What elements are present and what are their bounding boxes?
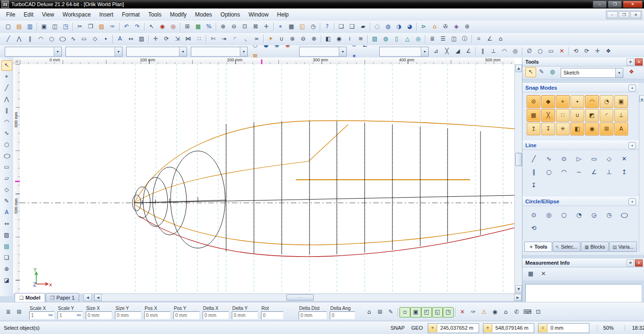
measurement-table[interactable]: ▦ bbox=[525, 269, 536, 279]
tab-scroll-left-icon[interactable] bbox=[83, 293, 92, 301]
layer-manager[interactable]: ≣ bbox=[427, 34, 438, 44]
markup[interactable]: ◎ bbox=[168, 22, 179, 32]
workplane-tool[interactable]: ◱ bbox=[297, 22, 308, 32]
menu-tools[interactable]: Tools bbox=[144, 9, 166, 20]
close-icon[interactable] bbox=[635, 259, 643, 267]
new-drawing[interactable]: ▢ bbox=[3, 22, 14, 32]
delta-y-input[interactable]: 0 mm bbox=[232, 311, 258, 319]
cut[interactable]: ✂ bbox=[74, 22, 85, 32]
doc-restore-button[interactable]: ❐ bbox=[619, 11, 629, 18]
line-double[interactable]: ∥ bbox=[527, 166, 541, 178]
snap-midpoint[interactable]: ∙ bbox=[571, 95, 584, 108]
polygon[interactable]: ◇ bbox=[1, 185, 12, 195]
line-perpendicular[interactable]: ⊥ bbox=[602, 166, 616, 178]
keyboard-entry[interactable]: ⌨ bbox=[522, 307, 533, 317]
angle-constraint[interactable]: ⊿ bbox=[431, 46, 441, 57]
rotate-ccw[interactable]: ⟲ bbox=[571, 46, 581, 57]
menu-workspace[interactable]: Workspace bbox=[58, 9, 95, 20]
collapse-chevron-icon[interactable] bbox=[628, 198, 636, 205]
delta-dist-input[interactable]: 0 mm bbox=[299, 311, 327, 319]
panel-world-tool[interactable]: ◍ bbox=[547, 67, 558, 77]
menu-window[interactable]: Window bbox=[244, 9, 273, 20]
collapse-chevron-icon[interactable] bbox=[628, 84, 636, 92]
array-tool[interactable]: ∷ bbox=[194, 34, 204, 44]
text-tool[interactable]: A bbox=[114, 34, 125, 44]
menu-modes[interactable]: Modes bbox=[191, 9, 216, 20]
delta-x-input[interactable]: 0 mm bbox=[203, 311, 229, 319]
circle-center-radius[interactable]: ⊙ bbox=[527, 209, 541, 221]
fillet-tool[interactable]: ◜ bbox=[229, 34, 240, 44]
symmetry-constraint[interactable]: ❖ bbox=[603, 46, 614, 57]
pen-color-swatch[interactable]: ◉ bbox=[271, 45, 282, 50]
extrude-tool[interactable]: ◧ bbox=[323, 34, 334, 44]
menu-options[interactable]: Options bbox=[216, 9, 244, 20]
radius-dimension[interactable]: ○ bbox=[535, 46, 546, 57]
redo[interactable]: ↷ bbox=[132, 22, 143, 32]
line-rhombus[interactable]: ◇ bbox=[602, 153, 616, 165]
redline[interactable]: ◉ bbox=[157, 22, 168, 32]
render-shaded[interactable]: ◑ bbox=[393, 22, 404, 32]
slope-constraint[interactable]: ∠ bbox=[463, 46, 474, 57]
curve[interactable]: ∿ bbox=[1, 128, 12, 139]
ortho-mode[interactable]: ∟ bbox=[349, 45, 359, 50]
box-primitive[interactable]: ▧ bbox=[369, 34, 380, 44]
scroll-up-icon[interactable] bbox=[515, 65, 522, 72]
palette-tab-selection[interactable]: ↖ Selec... bbox=[553, 242, 580, 252]
angle-mode[interactable]: ∠ bbox=[359, 45, 370, 50]
polyline-tool[interactable]: ⋀ bbox=[14, 34, 24, 44]
boolean-subtract[interactable]: ⊖ bbox=[298, 34, 309, 44]
line-center-circle[interactable]: ⊙ bbox=[557, 153, 571, 165]
style-palette[interactable]: ❖ bbox=[626, 67, 637, 77]
copy[interactable]: ❐ bbox=[85, 22, 96, 32]
arc-tool[interactable]: ◠ bbox=[35, 34, 46, 44]
snap-extension-down[interactable]: ↧ bbox=[541, 123, 555, 135]
zoom-in[interactable]: ⊕ bbox=[218, 22, 228, 32]
select-tool[interactable]: ↖ bbox=[146, 22, 157, 32]
call-support[interactable]: ✆ bbox=[511, 307, 522, 317]
spinner[interactable] bbox=[49, 314, 53, 316]
close-icon[interactable] bbox=[635, 58, 643, 66]
menu-insert[interactable]: Insert bbox=[95, 9, 118, 20]
save-file[interactable]: ▥ bbox=[24, 22, 35, 32]
calculator[interactable]: ⊞ bbox=[182, 22, 193, 32]
line[interactable]: ╱ bbox=[1, 83, 12, 93]
mirror-tool[interactable]: ⋈ bbox=[183, 34, 194, 44]
chamfer-tool[interactable]: ◟ bbox=[240, 34, 251, 44]
attach-reference[interactable]: ✇ bbox=[440, 22, 451, 32]
loft-tool[interactable]: ≋ bbox=[355, 34, 366, 44]
pin-icon[interactable] bbox=[627, 259, 634, 267]
measure-angle[interactable]: ∠ bbox=[484, 34, 495, 44]
zoom[interactable]: ⊕ bbox=[1, 264, 12, 275]
line-arc[interactable]: ◠ bbox=[557, 166, 571, 178]
rot-input[interactable]: 0 bbox=[261, 311, 284, 319]
style-lock[interactable]: ⊠ bbox=[250, 51, 261, 58]
group[interactable]: ❏ bbox=[336, 22, 347, 32]
boolean-intersect[interactable]: ⊗ bbox=[309, 34, 319, 44]
percent[interactable]: % bbox=[204, 22, 214, 32]
focus-cell[interactable]: ⊡ bbox=[533, 307, 544, 317]
hatch-tool[interactable]: ▨ bbox=[136, 34, 147, 44]
hatch[interactable]: ▨ bbox=[1, 230, 12, 241]
info-palette[interactable]: ⓘ bbox=[459, 34, 470, 44]
size-x-input[interactable]: 0 mm bbox=[86, 311, 112, 319]
ruler-corner[interactable] bbox=[13, 58, 20, 65]
doc-close-button[interactable]: ✕ bbox=[630, 11, 641, 18]
zoom-out[interactable]: ⊖ bbox=[228, 22, 239, 32]
snap-extension-up[interactable]: ↥ bbox=[527, 123, 540, 135]
menu-file[interactable]: File bbox=[2, 9, 19, 20]
double-line-tool[interactable]: ∥ bbox=[24, 34, 35, 44]
options-settings[interactable]: ⊛ bbox=[462, 22, 473, 32]
draft-mode[interactable]: ✎ bbox=[385, 307, 396, 317]
open-file[interactable]: ▤ bbox=[14, 22, 24, 32]
revolve-tool[interactable]: ◉ bbox=[334, 34, 344, 44]
snap-intersection[interactable]: ╳ bbox=[541, 109, 555, 122]
snap-vertex[interactable]: ◆ bbox=[541, 95, 555, 108]
vertical-scrollbar[interactable] bbox=[514, 64, 522, 293]
line-extend-down[interactable]: ↧ bbox=[527, 179, 541, 192]
dimension[interactable]: ↔ bbox=[1, 219, 12, 229]
no-snap[interactable]: ⊘ bbox=[527, 95, 540, 108]
line-curve[interactable]: ~ bbox=[572, 166, 586, 178]
sketch-pen[interactable]: ✎ bbox=[1, 196, 12, 207]
tangent-constraint[interactable]: ◠ bbox=[499, 46, 510, 57]
scroll-left-icon[interactable] bbox=[94, 294, 102, 301]
